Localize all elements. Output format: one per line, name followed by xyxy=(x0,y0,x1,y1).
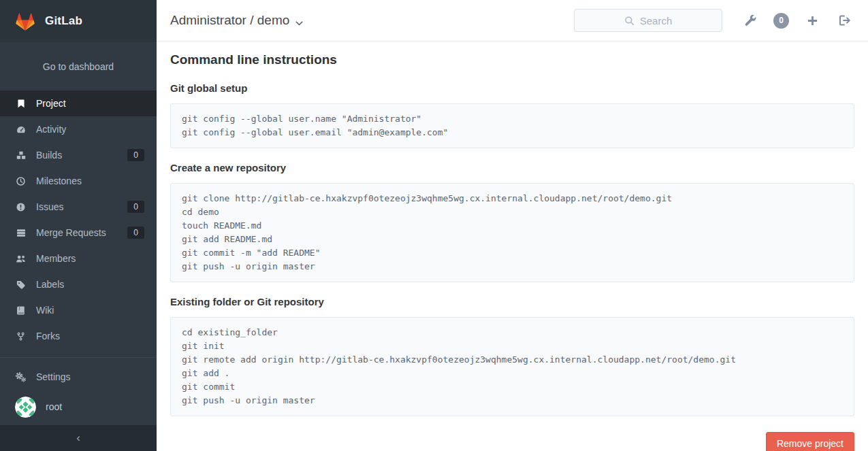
search-input[interactable]: Search xyxy=(574,9,722,32)
sidebar-item-label: Merge Requests xyxy=(36,227,118,238)
topbar-icons: 0 xyxy=(741,12,853,29)
user-name: root xyxy=(46,401,62,412)
gitlab-tanuki-icon[interactable] xyxy=(15,12,35,31)
sidebar-item-label: Builds xyxy=(36,150,118,161)
sidebar-item-milestones[interactable]: Milestones xyxy=(0,168,157,194)
content: Command line instructions Git global set… xyxy=(157,41,868,451)
breadcrumb: Administrator / demo xyxy=(170,13,289,28)
main-area: Administrator / demo Search 0 xyxy=(157,0,868,451)
code-text: git config --global user.name "Administr… xyxy=(182,112,843,139)
sidebar-item-merge-requests[interactable]: Merge Requests 0 xyxy=(0,220,157,246)
sidebar: GitLab Go to dashboard Project Activity … xyxy=(0,0,157,451)
sidebar-item-labels[interactable]: Labels xyxy=(0,271,157,297)
sidebar-item-members[interactable]: Members xyxy=(0,246,157,271)
clock-icon xyxy=(15,176,27,186)
sidebar-item-label: Forks xyxy=(36,331,147,341)
sidebar-header: GitLab xyxy=(0,0,157,42)
section-heading-existing-folder: Existing folder or Git repository xyxy=(170,296,854,307)
code-text: cd existing_folder git init git remote a… xyxy=(182,326,843,407)
page-title: Command line instructions xyxy=(170,52,854,67)
section-heading-git-global-setup: Git global setup xyxy=(170,82,854,94)
todos-count-badge[interactable]: 0 xyxy=(773,13,789,29)
identicon-avatar xyxy=(15,397,36,418)
tags-icon xyxy=(15,279,27,290)
sidebar-item-wiki[interactable]: Wiki xyxy=(0,297,157,323)
code-block-existing-folder: cd existing_folder git init git remote a… xyxy=(170,317,854,416)
sidebar-item-label: Milestones xyxy=(36,176,147,186)
code-text: git clone http://gitlab-ce.hxakzvpf0otez… xyxy=(182,192,843,273)
chevron-down-icon xyxy=(295,14,303,29)
todos-count: 0 xyxy=(779,16,784,25)
topbar: Administrator / demo Search 0 xyxy=(157,0,868,41)
sidebar-item-label: Project xyxy=(36,98,147,109)
sidebar-item-forks[interactable]: Forks xyxy=(0,323,157,349)
sidebar-item-label: Issues xyxy=(36,201,118,212)
sidebar-item-activity[interactable]: Activity xyxy=(0,116,157,142)
remove-project-button[interactable]: Remove project xyxy=(766,432,854,451)
sidebar-item-issues[interactable]: Issues 0 xyxy=(0,194,157,220)
builds-count-badge: 0 xyxy=(127,149,144,161)
exclamation-circle-icon xyxy=(15,201,27,212)
code-fork-icon xyxy=(15,331,27,341)
sidebar-item-label: Labels xyxy=(36,279,147,290)
merge-requests-count-badge: 0 xyxy=(127,227,144,239)
code-block-git-global-setup: git config --global user.name "Administr… xyxy=(170,103,854,148)
go-to-dashboard-link[interactable]: Go to dashboard xyxy=(0,42,157,88)
sidebar-item-label: Settings xyxy=(36,371,147,382)
cubes-icon xyxy=(15,150,27,161)
sidebar-collapse-button[interactable]: ‹ xyxy=(0,425,157,451)
chevron-left-icon: ‹ xyxy=(76,431,80,445)
footer-actions: Remove project xyxy=(170,432,854,451)
sidebar-user-root[interactable]: root xyxy=(0,391,157,422)
stacked-bars-icon xyxy=(15,227,27,238)
sidebar-divider xyxy=(0,357,157,358)
project-breadcrumb-dropdown[interactable]: Administrator / demo xyxy=(170,12,303,29)
sidebar-item-label: Members xyxy=(36,253,147,264)
search-text-field[interactable] xyxy=(575,10,722,31)
sidebar-item-label: Activity xyxy=(36,124,147,135)
section-heading-create-new-repository: Create a new repository xyxy=(170,162,854,173)
brand-name[interactable]: GitLab xyxy=(45,14,82,28)
book-icon xyxy=(15,305,27,316)
sidebar-item-label: Wiki xyxy=(36,305,147,316)
issues-count-badge: 0 xyxy=(127,201,144,213)
sidebar-item-project[interactable]: Project xyxy=(0,90,157,116)
wrench-icon[interactable] xyxy=(741,12,759,29)
sidebar-nav: Project Activity Builds 0 Milestones I xyxy=(0,90,157,349)
sidebar-item-settings[interactable]: Settings xyxy=(0,364,157,390)
bookmark-icon xyxy=(15,98,27,109)
sign-out-icon[interactable] xyxy=(835,12,853,29)
plus-icon[interactable] xyxy=(803,12,821,29)
code-block-create-new-repository: git clone http://gitlab-ce.hxakzvpf0otez… xyxy=(170,183,854,282)
sidebar-item-builds[interactable]: Builds 0 xyxy=(0,142,157,168)
gears-icon xyxy=(15,371,27,382)
tachometer-icon xyxy=(15,124,27,135)
users-icon xyxy=(15,253,27,264)
